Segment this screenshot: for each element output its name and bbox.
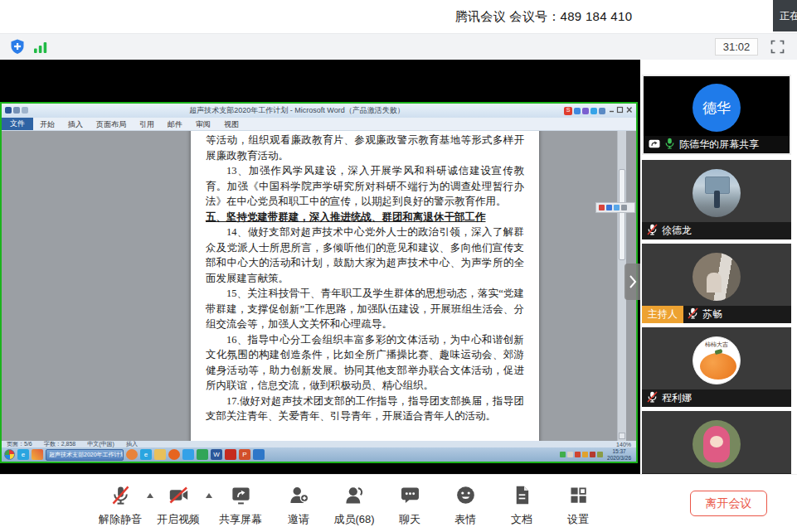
screen-share-icon	[649, 139, 660, 151]
doc-paragraph: 13、加强作风学风建设，深入开展学风和科研诚信建设宣传教育。加强《中国科学院声学…	[206, 163, 524, 210]
app-icon	[253, 449, 265, 460]
leave-meeting-button[interactable]: 离开会议	[690, 491, 767, 516]
members-label: 成员(68)	[333, 512, 374, 527]
main-stage: 超声技术支部2020年工作计划 - Microsoft Word（产品激活失败）…	[0, 60, 797, 474]
avatar	[693, 420, 741, 468]
participant-name: 程利娜	[662, 391, 692, 405]
meeting-duration: 31:02	[715, 38, 758, 56]
clock-time: 15:37	[612, 448, 625, 454]
settings-label: 设置	[567, 512, 589, 527]
word-language: 中文(中国)	[87, 441, 114, 447]
browser-360-icon	[197, 449, 208, 460]
pdf-reader-icon	[225, 449, 236, 460]
word-window-controls-icon	[608, 106, 633, 115]
chat-bubble-icon	[399, 484, 421, 510]
doc-paragraph: 17.做好对超声技术团支部的工作指导，指导团支部换届，指导团支部关注青年、关爱青…	[206, 394, 524, 424]
sidebar-expand-handle[interactable]	[624, 264, 641, 300]
document-icon	[511, 484, 533, 510]
fullscreen-icon[interactable]	[770, 40, 785, 57]
security-shield-icon[interactable]	[8, 38, 27, 60]
scrollbar-down-icon	[619, 433, 625, 439]
word-title-bar: 超声技术支部2020年工作计划 - Microsoft Word（产品激活失败）…	[2, 104, 636, 118]
participant-namebar: 程利娜	[642, 389, 791, 407]
taskbar-clock: 15:37 2020/3/26	[605, 448, 634, 462]
participant-name: 徐德龙	[662, 224, 692, 238]
unmute-label: 解除静音	[99, 512, 142, 527]
taskbar-active-window: 超声技术支部2020年工作计划	[46, 449, 124, 461]
avatar-initials: 德华	[702, 99, 731, 118]
participant-tile-sharing[interactable]: 德华 陈德华的屏幕共享	[642, 75, 791, 155]
members-icon	[343, 484, 366, 510]
tencent-meeting-window: 腾讯会议 会议号：489 184 410 正在 31:02 超声技术支部2020…	[0, 0, 797, 532]
word-tray-icons: S	[564, 107, 605, 115]
meeting-toolbar: 解除静音 开启视频 共享屏幕 邀请 成员(68)	[0, 474, 797, 532]
participant-tile[interactable]: 刘雨菲	[642, 411, 791, 474]
smiley-icon	[454, 484, 477, 510]
sogou-input-icon: S	[564, 107, 572, 115]
host-badge: 主持人	[642, 306, 683, 323]
network-signal-icon[interactable]	[33, 40, 48, 57]
word-document-page: 等活动，组织观看廉政教育片、参观廉政警示教育基地等形式多样开展廉政教育活动。 1…	[191, 131, 539, 441]
chat-label: 聊天	[399, 512, 420, 527]
camera-off-icon	[168, 484, 190, 510]
share-screen-icon	[230, 484, 252, 510]
mic-muted-icon	[109, 484, 132, 510]
participant-namebar: 徐德龙	[642, 222, 791, 239]
invite-label: 邀请	[288, 512, 309, 527]
qq-browser-icon	[182, 449, 194, 460]
avatar	[693, 253, 741, 301]
powerpoint-icon	[239, 449, 250, 460]
explorer-folder-icon	[154, 449, 166, 460]
start-video-label: 开启视频	[157, 512, 200, 527]
word-page-indicator: 页面：5/6	[7, 441, 32, 447]
participant-name: 陈德华的屏幕共享	[679, 138, 759, 152]
mic-muted-icon	[688, 307, 698, 322]
participant-namebar: 主持人 苏畅	[642, 306, 791, 323]
participant-tile-host[interactable]: 主持人 苏畅	[642, 244, 791, 323]
word-insert-mode: 插入	[126, 441, 138, 447]
unmute-button[interactable]: 解除静音	[87, 484, 153, 527]
avatar-caption: 柿柿大吉	[693, 341, 740, 349]
avatar: 柿柿大吉	[693, 336, 741, 384]
start-video-button[interactable]: 开启视频	[145, 484, 211, 527]
docs-label: 文档	[511, 512, 532, 527]
avatar: 德华	[693, 84, 741, 132]
word-quick-access-icons	[5, 107, 30, 115]
word-tab-home: 开始	[33, 118, 61, 130]
word-tab-file: 文件	[2, 118, 33, 130]
participant-tile[interactable]: 柿柿大吉 程利娜	[642, 327, 791, 407]
settings-grid-icon	[567, 484, 590, 510]
sharing-status-badge: 正在	[773, 0, 797, 31]
meeting-status-bar: 31:02	[0, 33, 797, 60]
word-wordcount: 字数：2,858	[44, 441, 76, 447]
participant-namebar: 陈德华的屏幕共享	[644, 136, 790, 153]
doc-paragraph: 14、做好支部对超声技术中心党外人士的政治引领，深入了解群众及党派人士所思所言，…	[206, 225, 524, 286]
ie-icon	[140, 449, 152, 460]
word-tab-layout: 页面布局	[90, 118, 133, 130]
settings-button[interactable]: 设置	[545, 484, 611, 527]
clock-date: 2020/3/26	[607, 455, 631, 461]
mic-on-icon	[664, 138, 675, 152]
participants-sidebar: 德华 陈德华的屏幕共享 徐德龙	[640, 60, 797, 474]
doc-section-heading: 五、坚持党建带群建，深入推进统战、群团和离退休干部工作	[206, 210, 524, 225]
participant-name: 苏畅	[702, 307, 722, 322]
share-screen-button[interactable]: 共享屏幕	[207, 484, 274, 527]
doc-paragraph: 等活动，组织观看廉政教育片、参观廉政警示教育基地等形式多样开展廉政教育活动。	[206, 133, 524, 163]
word-document-area: 等活动，组织观看廉政教育片、参观廉政警示教育基地等形式多样开展廉政教育活动。 1…	[2, 131, 636, 441]
word-tab-mailings: 邮件	[161, 118, 189, 130]
word-zoom-level: 140%	[616, 442, 631, 447]
word-tab-view: 视图	[217, 118, 245, 130]
doc-paragraph: 16、指导中心分工会组织丰富多彩的文体活动，为中心和谐创新文化氛围的构建创造条件…	[206, 332, 524, 394]
firefox-icon	[168, 449, 180, 460]
participant-tile[interactable]: 徐德龙	[642, 160, 791, 239]
doc-paragraph: 15、关注科技骨干、青年职工及学生群体的思想动态，落实“党建带群建，支撑促创新”…	[206, 286, 524, 332]
share-screen-label: 共享屏幕	[219, 512, 262, 527]
media-player-icon	[126, 449, 138, 460]
browser-icon	[32, 449, 43, 460]
word-tab-insert: 插入	[61, 118, 90, 130]
word-ribbon-tabs: 文件 开始 插入 页面布局 引用 邮件 审阅 视图	[2, 118, 636, 131]
meeting-title-bar: 腾讯会议 会议号：489 184 410 正在	[0, 0, 797, 33]
avatar	[693, 169, 741, 217]
shared-screen[interactable]: 超声技术支部2020年工作计划 - Microsoft Word（产品激活失败）…	[0, 102, 638, 463]
word-window-title: 超声技术支部2020年工作计划 - Microsoft Word（产品激活失败）	[32, 105, 561, 116]
